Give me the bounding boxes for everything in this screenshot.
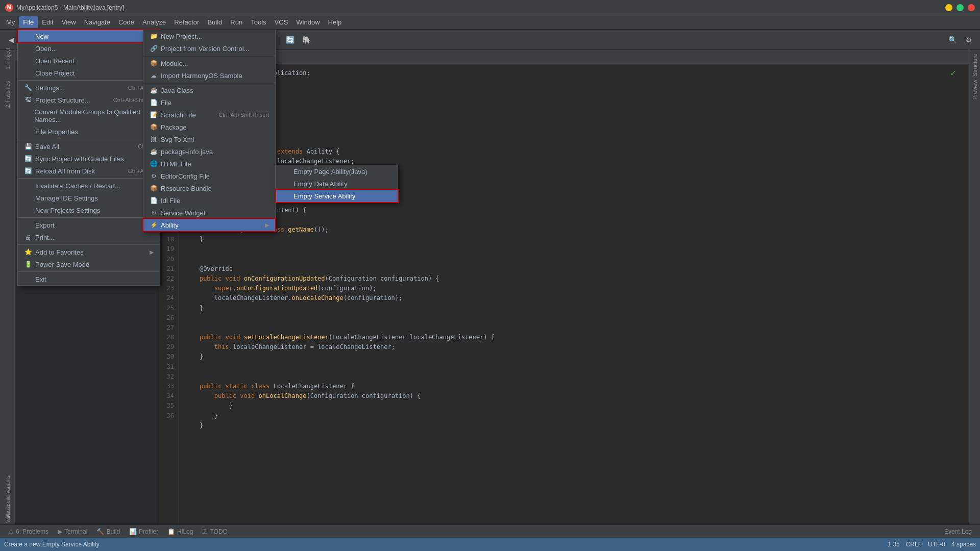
ability-empty-page[interactable]: Empty Page Ability(Java) [276,165,398,178]
submenu-project-vcs[interactable]: 🔗 Project from Version Control... [143,42,275,55]
event-log-tab[interactable]: Event Log [940,527,976,536]
submenu-label-new-project: New Project... [161,33,202,40]
menu-item-my[interactable]: My [2,16,19,28]
search-everywhere-button[interactable]: 🔍 [945,33,960,47]
menu-label-settings: Settings... [35,84,65,92]
menu-item-add-favorites[interactable]: ⭐ Add to Favorites ▶ [18,246,160,258]
submenu-idl-file[interactable]: 📄 Idl File [143,194,275,207]
menu-item-view[interactable]: View [58,16,80,28]
submenu-java-class[interactable]: ☕ Java Class [143,84,275,96]
menu-item-navigate[interactable]: Navigate [80,16,114,28]
manage-ide-icon [24,194,32,202]
submenu-package-info[interactable]: ☕ package-info.java [143,145,275,158]
ability-label-empty-data: Empty Data Ability [293,180,348,188]
save-icon: 💾 [24,142,32,151]
minimize-button[interactable] [945,4,952,11]
submenu-resource-bundle[interactable]: 📦 Resource Bundle [143,182,275,194]
open-icon [24,44,32,53]
problems-tab[interactable]: ⚠ 6: Problems [4,527,53,536]
status-right: 1:35 CRLF UTF-8 4 spaces [888,541,976,548]
menu-item-help[interactable]: Help [324,16,346,28]
favorites-toggle[interactable]: 2: Favorites [1,88,14,101]
menu-item-close-project[interactable]: Close Project [18,67,160,79]
menu-label-reload-all: Reload All from Disk [35,167,95,175]
terminal-icon: ▶ [58,528,62,535]
sync-button[interactable]: 🔄 [283,33,298,47]
terminal-tab[interactable]: ▶ Terminal [54,527,91,536]
code-content[interactable]: package com.example.myapplication; // ..… [179,64,969,524]
submenu-html-file[interactable]: 🌐 HTML File [143,158,275,170]
package-icon: 📦 [150,123,158,131]
preview-panel-toggle[interactable]: Preview [972,80,978,99]
status-encoding[interactable]: CRLF [906,541,922,548]
menu-item-refactor[interactable]: Refactor [170,16,203,28]
menu-item-window[interactable]: Window [292,16,324,28]
title-text: MyApplication5 - MainAbility.java [entry… [16,4,124,11]
menu-item-file-properties[interactable]: File Properties ▶ [18,126,160,138]
menu-item-tools[interactable]: Tools [247,16,270,28]
menu-item-convert-module[interactable]: Convert Module Groups to Qualified Names… [18,106,160,126]
hilog-tab[interactable]: 📋 HiLog [163,527,197,536]
build-tab[interactable]: 🔨 Build [92,527,124,536]
submenu-new-project[interactable]: 📁 New Project... [143,30,275,42]
submenu-package[interactable]: 📦 Package [143,121,275,133]
menu-item-open[interactable]: Open... [18,42,160,55]
close-button[interactable] [968,4,975,11]
menu-item-build[interactable]: Build [203,16,226,28]
menu-item-project-structure[interactable]: 🏗 Project Structure... Ctrl+Alt+Shift+D [18,94,160,106]
code-view[interactable]: 1234567891011121314151617181920212223242… [158,64,969,524]
profiler-tab[interactable]: 📊 Profiler [125,527,162,536]
menu-item-new[interactable]: New ▶ [18,30,160,42]
menu-item-export[interactable]: Export ▶ [18,219,160,231]
menu-item-exit[interactable]: Exit [18,273,160,285]
menu-item-file[interactable]: File [19,16,38,28]
submenu-ability[interactable]: ⚡ Ability ▶ [143,219,275,231]
menu-item-print[interactable]: 🖨 Print... [18,231,160,243]
menu-item-sync-gradle[interactable]: 🔄 Sync Project with Gradle Files [18,153,160,165]
submenu-editorconfig[interactable]: ⚙ EditorConfig File [143,170,275,182]
menu-item-edit[interactable]: Edit [38,16,57,28]
html-icon: 🌐 [150,160,158,168]
ability-empty-data[interactable]: Empty Data Ability [276,178,398,190]
menu-item-save-all[interactable]: 💾 Save All Ctrl+S [18,140,160,153]
build-variants-toggle[interactable]: Variants [1,507,14,520]
title-bar-controls[interactable] [945,4,975,11]
menu-label-manage-ide: Manage IDE Settings [35,194,98,202]
submenu-module[interactable]: 📦 Module... [143,57,275,69]
menu-item-new-projects-settings[interactable]: New Projects Settings ▶ [18,204,160,216]
favorites-icon: ⭐ [24,248,32,256]
todo-tab[interactable]: ☑ TODO [198,527,231,536]
project-panel-toggle[interactable]: 1: Project [1,52,14,65]
back-button[interactable]: ◀ [4,33,18,47]
menu-item-invalidate-caches[interactable]: Invalidate Caches / Restart... [18,180,160,192]
submenu-label-module: Module... [161,60,188,67]
empty-page-icon [282,167,290,176]
gradle-button[interactable]: 🐘 [300,33,314,47]
menu-item-analyze[interactable]: Analyze [138,16,170,28]
submenu-import-harmony[interactable]: ☁ Import HarmonyOS Sample [143,69,275,82]
status-position[interactable]: 1:35 [888,541,899,548]
file-props-icon [24,128,32,136]
menu-item-reload-all[interactable]: 🔄 Reload All from Disk Ctrl+Alt+Y [18,165,160,177]
menu-item-power-save[interactable]: 🔋 Power Save Mode [18,258,160,270]
menu-item-settings[interactable]: 🔧 Settings... Ctrl+Alt+S [18,82,160,94]
menu-item-run[interactable]: Run [226,16,247,28]
menu-item-code[interactable]: Code [114,16,138,28]
ohosb-variants-toggle[interactable]: OhosBuild Variants [1,491,14,504]
settings-button[interactable]: ⚙ [962,33,976,47]
ability-empty-service[interactable]: Empty Service Ability [276,190,398,202]
structure-panel-toggle[interactable]: Structure [972,54,978,77]
submenu-file[interactable]: 📄 File [143,96,275,109]
status-indent[interactable]: 4 spaces [951,541,976,548]
menu-item-vcs[interactable]: VCS [271,16,292,28]
status-charset[interactable]: UTF-8 [928,541,945,548]
build-label: Build [106,528,120,535]
submenu-scratch-file[interactable]: 📝 Scratch File Ctrl+Alt+Shift+Insert [143,109,275,121]
resource-bundle-icon: 📦 [150,184,158,192]
convert-icon [24,112,31,120]
menu-item-manage-ide[interactable]: Manage IDE Settings ▶ [18,192,160,204]
menu-item-open-recent[interactable]: Open Recent ▶ [18,55,160,67]
maximize-button[interactable] [957,4,964,11]
submenu-svg-to-xml[interactable]: 🖼 Svg To Xml [143,133,275,145]
submenu-service-widget[interactable]: ⚙ Service Widget [143,207,275,219]
